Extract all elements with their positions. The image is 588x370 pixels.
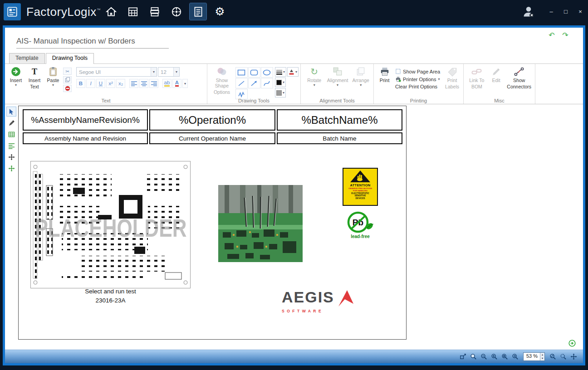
arrow-icon [250, 80, 258, 87]
font-color-dropdown[interactable]: ▾ [182, 79, 188, 88]
zoom-fit-icon[interactable] [511, 353, 519, 361]
pencil-icon [491, 67, 501, 77]
undo-button[interactable]: ↶ [547, 31, 557, 39]
close-button[interactable]: × [576, 8, 584, 16]
format-lock-button[interactable] [63, 85, 72, 92]
line-color-select[interactable]: ▾ [275, 78, 286, 87]
ribbon-group-printing: Print Show Page Area Printer Options ▾ C… [374, 64, 464, 104]
leadfree-label: lead-free [344, 234, 376, 239]
template-canvas[interactable]: %AssemblyNameRevision% %Operation% %Batc… [18, 106, 407, 340]
group-label-drawing: Drawing Tools [207, 98, 300, 103]
rounded-rect-tool-button[interactable] [248, 67, 260, 78]
maximize-button[interactable]: □ [562, 8, 570, 16]
underline-button[interactable]: U [96, 79, 105, 88]
print-labels-button[interactable]: Print Labels [443, 65, 461, 97]
table-tool-button[interactable] [6, 129, 16, 139]
tab-drawing-tools[interactable]: Drawing Tools [46, 53, 94, 64]
field-value-box[interactable]: %AssemblyNameRevision% [23, 109, 148, 131]
tab-template[interactable]: Template [9, 53, 45, 63]
pcb-caption[interactable]: Select and run test 23016-23A [53, 287, 168, 305]
line-style-select[interactable]: ▾ [275, 67, 286, 77]
align-tool-button[interactable] [6, 141, 16, 151]
rectangle-tool-button[interactable] [235, 67, 248, 78]
leadfree-badge[interactable]: Pb lead-free [344, 210, 376, 239]
pan-expand-icon[interactable] [569, 353, 578, 361]
minimize-button[interactable]: – [547, 8, 555, 16]
zoom-level-field[interactable]: 53 % [524, 353, 540, 360]
clipboard-mini-buttons: ✂ [63, 65, 72, 97]
insert-text-button[interactable]: T Insert Text [26, 65, 43, 97]
zoom-out-icon[interactable] [480, 353, 488, 361]
field-value-box[interactable]: %BatchName% [277, 109, 402, 131]
black-swatch-icon [276, 80, 282, 85]
zoom-step-up[interactable]: ▴ [540, 353, 544, 356]
zoom-step-down[interactable]: ▾ [540, 356, 544, 360]
edit-button[interactable]: Edit [489, 65, 504, 97]
highlight-button[interactable]: ab [162, 79, 172, 88]
field-value-box[interactable]: %Operation% [149, 109, 275, 131]
nav-settings-gear-icon[interactable]: ⚙ [211, 3, 228, 20]
select-tool-button[interactable] [6, 107, 16, 117]
print-button[interactable]: Print [377, 65, 392, 97]
show-connectors-button[interactable]: Show Connectors [505, 65, 533, 97]
clear-print-options-button[interactable]: Clear Print Options [395, 84, 440, 89]
canvas-refresh-button[interactable] [568, 340, 576, 347]
align-center-button[interactable] [139, 79, 148, 88]
nav-forms-icon[interactable] [124, 3, 141, 20]
template-name-field[interactable]: AIS- Manual Inspection w/ Borders [16, 37, 169, 49]
font-color-button[interactable]: A [172, 79, 181, 88]
user-icon[interactable] [523, 5, 534, 18]
no-entry-icon [65, 86, 70, 91]
subscript-button[interactable]: x₂ [116, 79, 125, 88]
aegis-name: AEGIS [282, 289, 334, 305]
align-right-button[interactable] [149, 79, 158, 88]
line-tool-button[interactable] [235, 78, 248, 88]
font-family-select[interactable]: Segoe UI ▾ [76, 67, 157, 77]
align-left-button[interactable] [129, 79, 138, 88]
nav-home-icon[interactable] [103, 3, 119, 20]
app-logo-icon [4, 3, 21, 20]
arrow-tool-button[interactable] [248, 78, 260, 88]
arrange-button[interactable]: Arrange ▾ [350, 65, 372, 97]
italic-button[interactable]: I [86, 79, 95, 88]
font-panel: Segoe UI ▾ 12 ▾ B I U x² x₂ [74, 65, 188, 97]
curve-tool-button[interactable] [261, 78, 273, 88]
anchor-tool-button[interactable] [6, 152, 16, 162]
nav-reports-icon[interactable] [190, 3, 206, 20]
esd-label[interactable]: ATTENTION OBSERVE PRECAUTIONS FOR HANDLI… [343, 168, 378, 206]
field-caption-box[interactable]: Current Operation Name [149, 132, 275, 144]
nav-production-icon[interactable] [168, 3, 185, 20]
field-caption-box[interactable]: Assembly Name and Revision [23, 132, 148, 144]
bold-button[interactable]: B [76, 79, 85, 88]
printer-options-button[interactable]: Printer Options ▾ [395, 76, 440, 82]
cut-button[interactable]: ✂ [63, 68, 72, 75]
show-shape-options-button[interactable]: Show Shape Options [210, 65, 234, 97]
fill-color-select[interactable]: ▾ [275, 88, 286, 97]
ellipse-tool-button[interactable] [261, 67, 273, 78]
zoom-selection-icon[interactable] [501, 353, 509, 361]
link-to-bom-button[interactable]: Link To BOM [466, 65, 487, 97]
superscript-button[interactable]: x² [106, 79, 115, 88]
picker-tool-button[interactable] [6, 118, 16, 128]
zoom-window-icon[interactable] [470, 353, 478, 361]
board-photo[interactable] [218, 185, 303, 262]
aegis-logo[interactable]: AEGIS SOFTWARE [282, 289, 368, 313]
paste-button[interactable]: Paste ▾ [45, 65, 61, 97]
field-caption-box[interactable]: Batch Name [277, 132, 402, 144]
zoom-extents-icon[interactable] [549, 353, 557, 361]
show-page-area-button[interactable]: Show Page Area [395, 68, 440, 74]
redo-button[interactable]: ↷ [560, 31, 570, 39]
rotate-button[interactable]: ↻ Rotate ▾ [304, 65, 325, 97]
dock-zoom-icon[interactable] [459, 353, 467, 361]
alignment-button[interactable]: Alignment ▾ [326, 65, 349, 97]
zoom-in-icon[interactable] [490, 353, 499, 361]
pcb-drawing[interactable]: PLACEHOLDER [30, 161, 191, 289]
zoom-region-icon[interactable] [559, 353, 567, 361]
copy-button[interactable] [63, 76, 72, 83]
nav-materials-icon[interactable] [146, 3, 163, 20]
insert-icon [11, 67, 21, 77]
move-tool-button[interactable] [6, 163, 16, 173]
insert-button[interactable]: Insert ▾ [8, 65, 24, 97]
border-color-select[interactable]: ▾ [287, 67, 299, 77]
font-size-select[interactable]: 12 ▾ [158, 67, 180, 77]
